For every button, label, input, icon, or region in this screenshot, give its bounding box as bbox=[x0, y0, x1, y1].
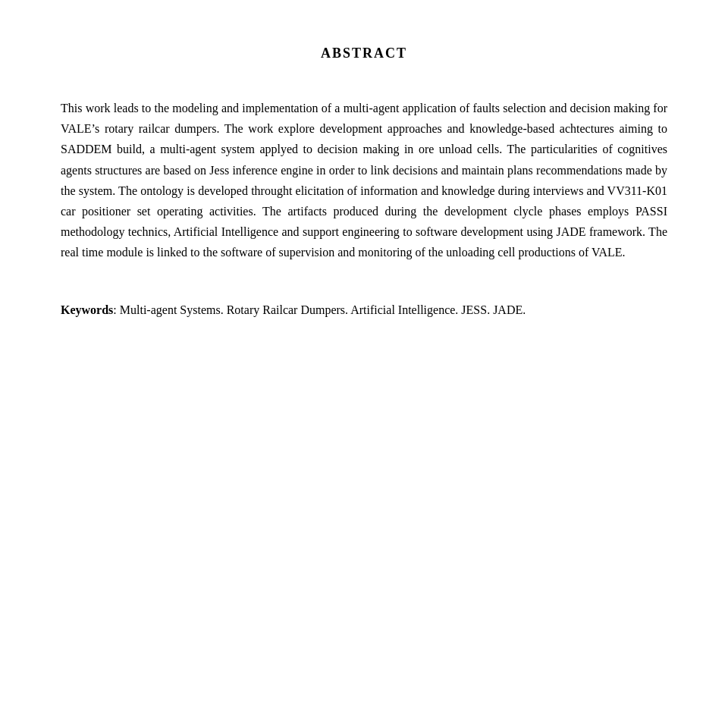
keywords-text: Multi-agent Systems. Rotary Railcar Dump… bbox=[120, 303, 526, 316]
keywords-colon: : bbox=[113, 303, 119, 316]
page-title: ABSTRACT bbox=[61, 46, 667, 61]
abstract-paragraph: This work leads to the modeling and impl… bbox=[61, 98, 667, 263]
keywords-section: Keywords: Multi-agent Systems. Rotary Ra… bbox=[61, 300, 667, 320]
abstract-body: This work leads to the modeling and impl… bbox=[61, 98, 667, 263]
keywords-label: Keywords bbox=[61, 303, 113, 316]
